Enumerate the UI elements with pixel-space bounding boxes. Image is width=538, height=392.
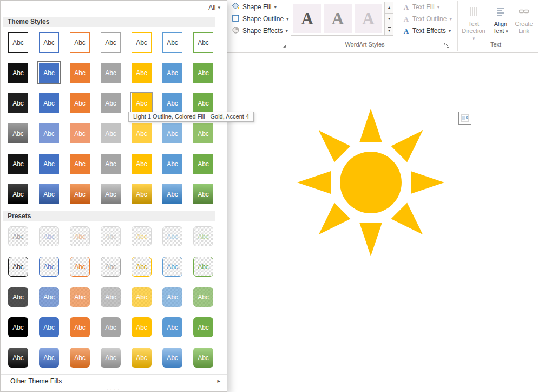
style-thumbnail[interactable]: Abc (162, 348, 182, 368)
style-thumbnail[interactable]: Abc (8, 226, 28, 246)
sun-shape[interactable] (290, 104, 452, 261)
style-thumbnail[interactable]: Abc (162, 63, 182, 83)
resize-grip[interactable]: ···· (1, 386, 227, 391)
style-thumbnail[interactable]: Abc (70, 317, 90, 337)
wordart-styles-dialog-launcher[interactable] (443, 41, 450, 49)
style-thumbnail[interactable]: Abc (101, 93, 121, 113)
style-thumbnail[interactable]: Abc (39, 226, 59, 246)
style-thumbnail[interactable]: Abc (193, 226, 213, 246)
style-thumbnail[interactable]: Abc (8, 184, 28, 204)
style-thumbnail[interactable]: Abc (193, 348, 213, 368)
style-thumbnail[interactable]: Abc (101, 63, 121, 83)
style-thumbnail[interactable]: Abc (162, 154, 182, 174)
style-thumbnail[interactable]: Abc (162, 257, 182, 277)
chevron-down-icon: ▾ (473, 36, 475, 41)
style-thumbnail[interactable]: Abc (8, 257, 28, 277)
style-thumbnail[interactable]: Abc (193, 154, 213, 174)
style-thumbnail[interactable]: Abc (70, 32, 90, 53)
style-thumbnail[interactable]: Abc (101, 184, 121, 204)
style-thumbnail[interactable]: Abc (193, 93, 213, 113)
style-thumbnail[interactable]: Abc (193, 123, 213, 143)
chevron-down-icon[interactable]: ▾ (218, 5, 220, 10)
style-thumbnail[interactable]: Abc (39, 32, 59, 53)
style-thumbnail[interactable]: Abc (193, 317, 213, 337)
style-thumbnail[interactable]: Abc (132, 93, 152, 113)
style-thumbnail[interactable]: Abc (101, 154, 121, 174)
shape-styles-dialog-launcher[interactable] (279, 41, 287, 49)
style-row: AbcAbcAbcAbcAbcAbcAbc (8, 32, 213, 53)
shape-fill-button[interactable]: Shape Fill ▾ (228, 1, 292, 13)
style-thumbnail[interactable]: Abc (132, 226, 152, 246)
scroll-down-button[interactable]: ▾ (385, 14, 393, 25)
style-thumbnail[interactable]: Abc (132, 154, 152, 174)
style-thumbnail[interactable]: Abc (162, 184, 182, 204)
shape-effects-label: Shape Effects (242, 27, 283, 35)
style-thumbnail[interactable]: Abc (132, 32, 152, 53)
style-thumbnail[interactable]: Abc (8, 32, 28, 53)
wordart-style-thumbnail[interactable]: A (355, 4, 382, 33)
style-thumbnail[interactable]: Abc (70, 184, 90, 204)
text-effects-button[interactable]: A Text Effects ▾ (399, 25, 455, 37)
style-thumbnail[interactable]: Abc (70, 287, 90, 307)
style-thumbnail[interactable]: Abc (39, 287, 59, 307)
style-thumbnail[interactable]: Abc (39, 93, 59, 113)
style-thumbnail[interactable]: Abc (193, 287, 213, 307)
style-thumbnail[interactable]: Abc (132, 317, 152, 337)
style-thumbnail[interactable]: Abc (8, 123, 28, 143)
style-thumbnail[interactable]: Abc (132, 63, 152, 83)
style-thumbnail[interactable]: Abc (193, 184, 213, 204)
dialog-launcher-icon (444, 42, 450, 48)
style-thumbnail[interactable]: Abc (132, 257, 152, 277)
style-thumbnail[interactable]: Abc (162, 123, 182, 143)
style-thumbnail[interactable]: Abc (8, 154, 28, 174)
style-thumbnail[interactable]: Abc (39, 154, 59, 174)
style-thumbnail[interactable]: Abc (101, 32, 121, 53)
style-thumbnail[interactable]: Abc (70, 93, 90, 113)
style-thumbnail[interactable]: Abc (8, 287, 28, 307)
style-thumbnail[interactable]: Abc (39, 63, 59, 83)
style-thumbnail[interactable]: Abc (39, 123, 59, 143)
style-thumbnail[interactable]: Abc (101, 226, 121, 246)
style-thumbnail[interactable]: Abc (193, 63, 213, 83)
style-thumbnail[interactable]: Abc (70, 226, 90, 246)
style-thumbnail[interactable]: Abc (193, 257, 213, 277)
style-thumbnail[interactable]: Abc (162, 226, 182, 246)
style-thumbnail[interactable]: Abc (8, 63, 28, 83)
shape-effects-button[interactable]: Shape Effects ▾ (228, 25, 292, 37)
style-thumbnail[interactable]: Abc (162, 32, 182, 53)
style-thumbnail[interactable]: Abc (70, 348, 90, 368)
gallery-more-button[interactable]: ▾ (385, 24, 393, 36)
style-thumbnail[interactable]: Abc (162, 287, 182, 307)
style-thumbnail[interactable]: Abc (39, 348, 59, 368)
text-fill-icon: A (403, 4, 410, 11)
style-thumbnail[interactable]: Abc (70, 154, 90, 174)
style-thumbnail[interactable]: Abc (101, 348, 121, 368)
style-thumbnail[interactable]: Abc (39, 257, 59, 277)
text-effects-label: Text Effects (412, 27, 446, 35)
style-thumbnail[interactable]: Abc (8, 348, 28, 368)
style-thumbnail[interactable]: Abc (132, 184, 152, 204)
wordart-style-thumbnail[interactable]: A (293, 4, 321, 33)
style-thumbnail[interactable]: Abc (39, 184, 59, 204)
style-thumbnail[interactable]: Abc (8, 93, 28, 113)
shape-outline-button[interactable]: Shape Outline ▾ (228, 13, 292, 25)
style-thumbnail[interactable]: Abc (70, 63, 90, 83)
style-thumbnail[interactable]: Abc (70, 123, 90, 143)
style-thumbnail[interactable]: Abc (101, 317, 121, 337)
style-thumbnail[interactable]: Abc (101, 123, 121, 143)
style-thumbnail[interactable]: Abc (70, 257, 90, 277)
style-thumbnail[interactable]: Abc (162, 317, 182, 337)
style-thumbnail[interactable]: Abc (132, 287, 152, 307)
wordart-style-thumbnail[interactable]: A (324, 4, 351, 33)
style-thumbnail[interactable]: Abc (101, 257, 121, 277)
style-thumbnail[interactable]: Abc (132, 348, 152, 368)
style-thumbnail[interactable]: Abc (193, 32, 213, 53)
scroll-up-button[interactable]: ▴ (385, 2, 393, 14)
style-thumbnail[interactable]: Abc (8, 317, 28, 337)
gallery-filter-dropdown[interactable]: All (208, 4, 215, 11)
layout-options-button[interactable] (458, 112, 471, 125)
style-thumbnail[interactable]: Abc (132, 123, 152, 143)
style-thumbnail[interactable]: Abc (101, 287, 121, 307)
style-thumbnail[interactable]: Abc (39, 317, 59, 337)
style-thumbnail[interactable]: Abc (162, 93, 182, 113)
